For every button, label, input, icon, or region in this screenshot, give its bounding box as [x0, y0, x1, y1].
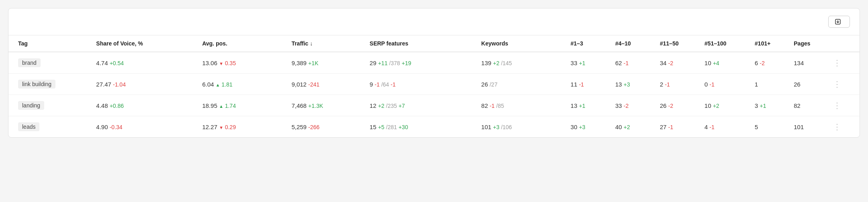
traffic-change: +1K	[308, 60, 318, 66]
more-options-icon[interactable]: ⋮	[833, 80, 841, 89]
col-header-tag: Tag	[8, 35, 92, 52]
tag-label: link building	[18, 80, 55, 89]
kw-change: +2	[493, 60, 501, 66]
cell-more[interactable]: ⋮	[829, 74, 860, 95]
cell-more[interactable]: ⋮	[829, 95, 860, 116]
sov-change: -0.34	[110, 124, 123, 130]
cell-traffic: 5,259 -266	[287, 116, 365, 138]
pos1-change: +3	[579, 124, 585, 130]
pos101-change: +1	[760, 103, 766, 109]
cell-pos101: 6 -2	[751, 52, 790, 74]
cell-more[interactable]: ⋮	[829, 116, 860, 138]
traffic-change: -266	[308, 124, 319, 130]
cell-pos51-100: 4 -1	[700, 116, 751, 138]
table-row: leads4.90 -0.3412.27 ▼ 0.295,259 -26615 …	[8, 116, 860, 138]
serp-change: -1	[375, 81, 379, 88]
col-header-keywords: Keywords	[477, 35, 567, 52]
serp-slash: /64	[380, 81, 391, 88]
cell-pos51-100: 0 -1	[700, 74, 751, 95]
kw-slash: /106	[501, 124, 512, 130]
cell-serp: 9 -1 /64 -1	[366, 74, 477, 95]
cell-pages: 82	[790, 95, 829, 116]
table-header-row: Tag Share of Voice, % Avg. pos. Traffic …	[8, 35, 860, 52]
col-header-more	[829, 35, 860, 52]
cell-pos1-3: 33 +1	[567, 52, 611, 74]
sov-change: +0.54	[110, 60, 124, 66]
arrow-down-icon: ▼	[219, 60, 223, 66]
pos51-change: -1	[710, 81, 714, 88]
pos1-change: +1	[579, 103, 585, 109]
cell-avg: 6.04 ▲ 1.81	[198, 74, 287, 95]
cell-tag: leads	[8, 116, 92, 138]
pos11-change: -2	[668, 60, 673, 66]
col-header-101: #101+	[751, 35, 790, 52]
avg-change: 0.35	[223, 60, 236, 66]
serp-slash: /378	[387, 60, 401, 66]
cell-pos101: 3 +1	[751, 95, 790, 116]
col-header-1-3: #1–3	[567, 35, 611, 52]
pos4-change: +3	[624, 81, 630, 88]
cell-pos1-3: 13 +1	[567, 95, 611, 116]
pos51-change: +4	[713, 60, 719, 66]
cell-keywords: 26 /27	[477, 74, 567, 95]
serp-slash-change: +19	[401, 60, 411, 66]
cell-sov: 4.48 +0.86	[92, 95, 198, 116]
cell-avg: 12.27 ▼ 0.29	[198, 116, 287, 138]
cell-serp: 12 +2 /235 +7	[366, 95, 477, 116]
table-row: landing4.48 +0.8618.95 ▲ 1.747,468 +1.3K…	[8, 95, 860, 116]
kw-slash: /27	[489, 81, 497, 88]
cell-tag: landing	[8, 95, 92, 116]
pos1-change: +1	[579, 60, 585, 66]
traffic-change: -241	[308, 81, 319, 88]
cell-tag: link building	[8, 74, 92, 95]
sov-change: -1.04	[113, 81, 126, 88]
main-container: Tag Share of Voice, % Avg. pos. Traffic …	[8, 8, 860, 138]
col-header-sov: Share of Voice, %	[92, 35, 198, 52]
sov-change: +0.86	[110, 103, 124, 109]
tag-label: leads	[18, 122, 39, 131]
pos51-change: -1	[710, 124, 714, 130]
arrow-up-icon: ▲	[216, 81, 220, 88]
serp-slash-change: +30	[399, 124, 408, 130]
cell-serp: 29 +11 /378 +19	[366, 52, 477, 74]
pos1-change: -1	[579, 81, 584, 88]
col-header-traffic: Traffic ↓	[287, 35, 365, 52]
pos11-change: -1	[665, 81, 670, 88]
cell-keywords: 82 -1 /85	[477, 95, 567, 116]
pos101-change: -2	[760, 60, 765, 66]
more-options-icon[interactable]: ⋮	[833, 58, 841, 67]
pos11-change: -2	[668, 103, 673, 109]
avg-change: 1.74	[223, 103, 236, 109]
cell-pos4-10: 62 -1	[611, 52, 656, 74]
more-options-icon[interactable]: ⋮	[833, 122, 841, 131]
cell-pos101: 5	[751, 116, 790, 138]
data-table: Tag Share of Voice, % Avg. pos. Traffic …	[8, 35, 860, 137]
cell-pos11-50: 2 -1	[656, 74, 700, 95]
cell-pages: 26	[790, 74, 829, 95]
col-header-51-100: #51–100	[700, 35, 751, 52]
cell-pos4-10: 40 +2	[611, 116, 656, 138]
cell-pos1-3: 11 -1	[567, 74, 611, 95]
avg-change: 0.29	[223, 124, 236, 130]
cell-pos11-50: 26 -2	[656, 95, 700, 116]
export-icon	[835, 19, 841, 25]
pos11-change: -1	[668, 124, 673, 130]
kw-slash: /85	[496, 103, 504, 109]
export-button[interactable]	[828, 16, 850, 28]
cell-sov: 4.90 -0.34	[92, 116, 198, 138]
cell-pos4-10: 33 -2	[611, 95, 656, 116]
cell-traffic: 7,468 +1.3K	[287, 95, 365, 116]
table-row: brand4.74 +0.5413.06 ▼ 0.359,389 +1K29 +…	[8, 52, 860, 74]
cell-pages: 134	[790, 52, 829, 74]
pos4-change: -1	[624, 60, 628, 66]
arrow-up-icon: ▲	[219, 102, 223, 109]
more-options-icon[interactable]: ⋮	[833, 101, 841, 110]
serp-slash-change: -1	[391, 81, 395, 88]
cell-more[interactable]: ⋮	[829, 52, 860, 74]
tag-label: brand	[18, 58, 41, 67]
cell-pos1-3: 30 +3	[567, 116, 611, 138]
cell-traffic: 9,389 +1K	[287, 52, 365, 74]
col-header-4-10: #4–10	[611, 35, 656, 52]
cell-tag: brand	[8, 52, 92, 74]
col-header-avg: Avg. pos.	[198, 35, 287, 52]
